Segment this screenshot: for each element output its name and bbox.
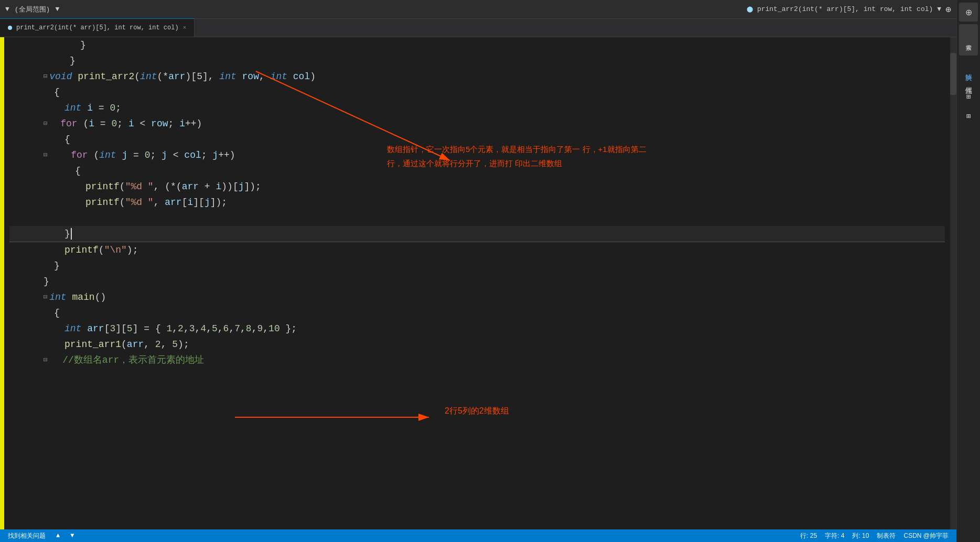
annotation-box-2: 2行5列的2维数组 <box>445 404 509 418</box>
tab-close-btn[interactable]: × <box>183 25 187 31</box>
code-line-17: ⊟ int main() <box>9 289 945 305</box>
editor-area: ▼ (全局范围) ▼ ⬤ print_arr2(int(* arr)[5], i… <box>0 0 956 542</box>
function-dropdown-btn[interactable]: ▼ <box>937 5 941 13</box>
code-line-13: } <box>9 226 945 242</box>
bottom-bar: 找到相关问题 ▲ ▼ 行: 25 字符: 4 列: 10 制表符 CSDN @帅… <box>0 529 956 542</box>
code-line-8: ⊟ for (int j = 0; j < col; j++) <box>9 147 945 163</box>
code-line-9: { <box>9 163 945 179</box>
plus-btn[interactable]: ⊕ <box>945 4 951 15</box>
scope-dropdown-btn[interactable]: ▼ <box>5 5 9 13</box>
function-icon: ⬤ <box>747 6 753 13</box>
right-sidebar: ⊕ 搜索 解决 属性 ⊞ ⊞ <box>956 0 980 542</box>
code-line-5: int i = 0; <box>9 100 945 116</box>
fold-icon-6[interactable]: ⊟ <box>44 116 47 132</box>
code-line-4: { <box>9 84 945 100</box>
top-bar-left: ▼ (全局范围) ▼ <box>5 5 59 14</box>
code-line-15: } <box>9 258 945 274</box>
scope-label: (全局范围) <box>15 5 50 14</box>
tab-dot <box>8 26 12 30</box>
code-line-6: ⊟ for (i = 0; i < row; i++) <box>9 116 945 132</box>
tab-bar: print_arr2(int(* arr)[5], int row, int c… <box>0 19 956 37</box>
nav-down[interactable]: ▼ <box>70 532 74 539</box>
code-line-16: } <box>9 274 945 289</box>
scrollbar-thumb[interactable] <box>950 53 956 95</box>
yellow-bar <box>0 37 4 529</box>
code-line-1: } <box>9 37 945 53</box>
line-info: 行: 25 <box>800 532 817 540</box>
code-line-11: printf("%d ", arr[i][j]); <box>9 194 945 210</box>
main-container: ▼ (全局范围) ▼ ⬤ print_arr2(int(* arr)[5], i… <box>0 0 980 542</box>
bottom-right: 行: 25 字符: 4 列: 10 制表符 CSDN @帅宇菲 <box>800 532 949 540</box>
fold-icon-3[interactable]: ⊟ <box>44 69 47 84</box>
col-info: 列: 10 <box>852 532 869 540</box>
char-info: 字符: 4 <box>825 532 844 540</box>
nav-up[interactable]: ▲ <box>56 532 60 539</box>
fold-icon-17[interactable]: ⊟ <box>44 289 47 305</box>
top-bar: ▼ (全局范围) ▼ ⬤ print_arr2(int(* arr)[5], i… <box>0 0 956 19</box>
sidebar-search-btn[interactable]: 搜索 <box>959 24 978 56</box>
code-line-7: { <box>9 132 945 147</box>
code-line-2: } <box>9 53 945 69</box>
code-line-10: printf("%d ", (*(arr + i))[j]); <box>9 179 945 194</box>
code-line-3: ⊟ void print_arr2(int(*arr)[5], int row,… <box>9 69 945 84</box>
tab-label: print_arr2(int(* arr)[5], int row, int c… <box>16 24 179 31</box>
top-bar-right: ⬤ print_arr2(int(* arr)[5], int row, int… <box>747 4 951 15</box>
sidebar-grid-icon[interactable]: ⊞ <box>966 92 971 101</box>
code-line-20: print_arr1(arr, 2, 5); <box>9 337 945 352</box>
tab-item[interactable]: print_arr2(int(* arr)[5], int row, int c… <box>0 18 195 37</box>
fold-icon-8[interactable]: ⊟ <box>44 147 47 163</box>
annotation-arrow-2 <box>230 404 492 430</box>
sidebar-plus-btn[interactable]: ⊕ <box>959 3 978 21</box>
code-line-18: { <box>9 305 945 321</box>
code-line-21: ⊟ //数组名arr，表示首元素的地址 <box>9 352 945 368</box>
csdn-info: CSDN @帅宇菲 <box>903 532 949 540</box>
function-label: print_arr2(int(* arr)[5], int row, int c… <box>757 5 933 13</box>
scope-dropdown2[interactable]: ▼ <box>55 5 59 13</box>
code-line-19: int arr[3][5] = { 1,2,3,4,5,6,7,8,9,10 }… <box>9 321 945 337</box>
scrollbar-vertical[interactable] <box>950 37 956 529</box>
code-text: } <box>80 37 86 53</box>
find-issues[interactable]: 找到相关问题 <box>8 532 46 540</box>
editor-main: } } ⊟ void print_arr2(int(*arr)[5], int … <box>0 37 956 529</box>
code-line-12 <box>9 210 945 226</box>
code-text: } <box>70 53 76 69</box>
crlf-info: 制表符 <box>877 532 896 540</box>
code-content[interactable]: } } ⊟ void print_arr2(int(*arr)[5], int … <box>4 37 950 529</box>
sidebar-grid2-icon[interactable]: ⊞ <box>966 112 971 121</box>
code-line-14: printf("\n"); <box>9 242 945 258</box>
fold-icon-21[interactable]: ⊟ <box>44 352 47 368</box>
